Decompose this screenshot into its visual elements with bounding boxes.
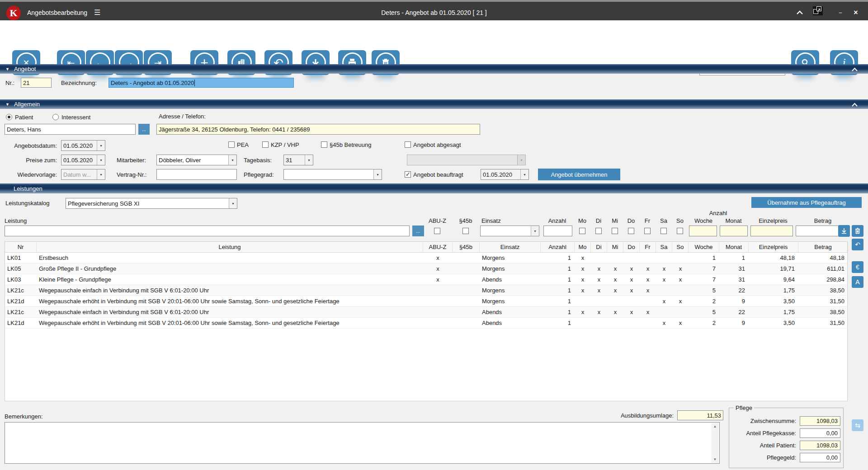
s45b-betreuung-checkbox[interactable] [321,141,327,148]
table-cell: Wegepauschale erhöht in Verbindung mit S… [37,296,423,306]
textarea-scrollbar[interactable]: ▲ ▼ [711,423,719,463]
filter-day-checkbox[interactable] [579,228,585,234]
table-row[interactable]: LK21cWegepauschale einfach in Verbindung… [5,307,847,318]
table-row[interactable]: LK21cWegepauschale einfach in Verbindung… [5,285,847,296]
table-cell: x [672,274,689,285]
filter-day-checkbox[interactable] [612,228,618,234]
section-header-angebot[interactable]: ▼ Angebot [0,64,868,74]
ausbildungsumlage-field[interactable]: 11,53 [677,410,723,420]
table-cell: 611,01 [798,263,848,274]
leistung-filter-input[interactable] [5,226,410,236]
table-cell: Erstbesuch [37,253,423,263]
table-header-cell: ABU-Z [423,242,453,252]
table-cell: 1 [541,307,575,317]
filter-s45b-checkbox[interactable] [462,228,469,234]
chevron-up-icon[interactable] [851,102,858,108]
filter-abuz-checkbox[interactable] [434,228,440,234]
wiedervorlage-combo[interactable]: Datum w...▾ [61,169,105,180]
pflegegrad-combo[interactable]: ▾ [283,169,382,180]
dropdown-arrow-icon[interactable]: ▾ [228,155,236,165]
filter-day-checkbox[interactable] [595,228,602,234]
leistung-lookup-button[interactable]: ... [412,226,424,236]
adresse-field[interactable]: Jägerstraße 34, 26125 Oldenburg, Telefon… [156,124,480,135]
vertrag-nr-field[interactable] [156,169,237,180]
filter-einzelpreis-input[interactable] [750,226,793,236]
filter-woche-input[interactable] [689,226,717,236]
dropdown-arrow-icon[interactable]: ▾ [97,155,105,165]
menu-icon[interactable]: ☰ [94,8,100,17]
table-header-cell: Nr [5,242,37,252]
chevron-up-icon[interactable] [851,66,858,73]
dropdown-arrow-icon[interactable]: ▾ [97,141,105,150]
dropdown-arrow-icon[interactable]: ▾ [305,155,313,165]
patient-name-field[interactable]: Deters, Hans [5,124,136,135]
section-header-allgemein[interactable]: ▼ Allgemein [0,99,868,109]
filter-betrag-input[interactable] [796,226,839,236]
dropdown-arrow-icon[interactable]: ▾ [373,169,382,179]
leistungskatalog-combo[interactable]: Pflegeversicherung SGB XI▾ [66,198,237,209]
filter-day-checkbox[interactable] [628,228,634,234]
collapse-window-button[interactable] [794,8,806,17]
table-cell: LK21c [5,285,37,296]
table-row[interactable]: LK21dWegepauschale erhöht in Verbindung … [5,296,847,307]
table-cell: x [656,263,672,274]
scroll-down-icon[interactable]: ▼ [713,456,717,463]
table-cell: 22 [719,307,749,317]
delete-row-button[interactable] [852,225,863,237]
filter-day-checkbox[interactable] [677,228,683,234]
dropdown-arrow-icon[interactable]: ▾ [520,169,528,179]
pea-checkbox[interactable] [228,141,235,148]
filter-einsatz-combo[interactable]: ▾ [480,226,539,236]
beauftragt-datum-combo[interactable]: 01.05.2020▾ [481,169,529,180]
dropdown-arrow-icon[interactable]: ▾ [229,198,237,208]
angebot-beauftragt-checkbox[interactable] [405,171,411,178]
swap-panel-button[interactable]: ⇆ [852,419,863,431]
table-cell: x [623,263,640,274]
filter-monat-input[interactable] [720,226,748,236]
minimize-button[interactable]: − [835,8,846,17]
filter-leistung-label: Leistung [5,217,27,224]
maximize-icon[interactable]: ↗ [812,6,824,15]
table-cell: 1 [541,285,575,296]
interessent-radio-label: Interessent [61,114,90,121]
section-header-leistungen[interactable]: Leistungen [0,183,868,193]
filter-day-checkbox[interactable] [644,228,651,234]
angebot-uebernehmen-button[interactable]: Angebot übernehmen [538,169,620,180]
mitarbeiter-combo[interactable]: Döbbeler, Oliver▾ [156,155,237,165]
table-row[interactable]: LK21dWegepauschale erhöht in Verbindung … [5,318,847,329]
patient-lookup-button[interactable]: ... [138,124,150,135]
interessent-radio[interactable] [52,114,59,120]
table-row[interactable]: LK03Kleine Pflege - GrundpflegexAbends1x… [5,274,847,285]
scroll-up-icon[interactable]: ▲ [713,423,717,430]
angebotsdatum-label: Angebotsdatum: [0,142,57,149]
bemerkungen-textarea[interactable]: ▲ ▼ [5,422,720,464]
font-button[interactable]: A [852,276,863,288]
table-cell: Wegepauschale erhöht in Verbindung mit S… [37,318,423,328]
preise-zum-combo[interactable]: 01.05.2020▾ [61,155,105,165]
table-cell [640,296,656,306]
uebernahme-pflegeauftrag-button[interactable]: Übernahme aus Pflegeauftrag [751,197,862,208]
close-window-button[interactable]: × [850,8,862,17]
price-button[interactable]: € [852,261,863,273]
table-row[interactable]: LK05Große Pflege II - GrundpflegexMorgen… [5,263,847,274]
filter-anzahl-input[interactable] [543,226,572,236]
angebotsdatum-combo[interactable]: 01.05.2020▾ [61,140,105,151]
dropdown-arrow-icon[interactable]: ▾ [531,226,539,236]
patient-radio[interactable] [6,114,12,120]
undo-row-button[interactable]: ↶ [852,239,863,250]
pflege-row: Pflegegeld:0,00 [733,453,840,462]
angebot-abgesagt-checkbox[interactable] [405,141,411,148]
pflege-row-value[interactable]: 0,00 [800,453,840,462]
pflege-row-value[interactable]: 1098,03 [800,416,840,426]
table-row[interactable]: LK01ErstbesuchxMorgens1x1148,1848,18 [5,253,847,263]
bezeichnung-field[interactable]: Deters - Angebot ab 01.05.2020 [108,78,294,88]
tagebasis-combo[interactable]: 31▾ [283,155,313,165]
nr-field[interactable]: 21 [21,78,52,88]
insert-row-button[interactable] [838,225,850,237]
bezeichnung-label: Bezeichnung: [61,80,97,86]
filter-day-checkbox[interactable] [660,228,667,234]
kzp-vhp-checkbox[interactable] [262,141,269,148]
pflege-row-value[interactable]: 0,00 [800,428,840,438]
dropdown-arrow-icon[interactable]: ▾ [97,169,105,179]
pflege-row-value[interactable]: 1098,03 [800,441,840,450]
